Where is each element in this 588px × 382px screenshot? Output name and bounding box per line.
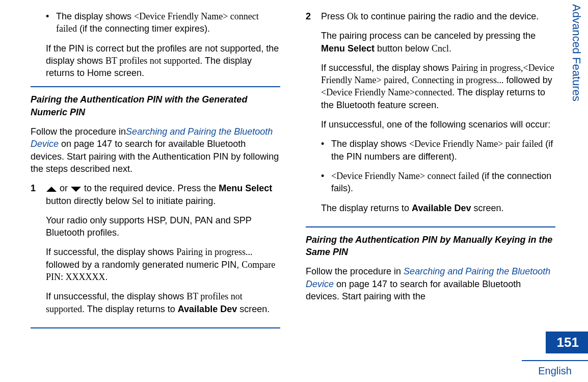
subheading: Pairing the Authentication PIN with the … <box>31 93 280 118</box>
text: The pairing process can be canceled by p… <box>321 31 536 41</box>
screen-text: <Device Friendly Name> pair failed <box>409 139 543 149</box>
continued-bullet-block: • The display shows <Device Friendly Nam… <box>46 10 280 79</box>
step-2: 2 Press Ok to continue pairing the radio… <box>306 10 555 221</box>
arrow-up-icon <box>46 186 57 192</box>
screen-text: Pairing in progress... <box>176 247 252 257</box>
screen-text: Ok <box>347 11 358 21</box>
text: . The display returns to <box>82 304 178 314</box>
text: on page 147 to search for available Blue… <box>31 139 279 174</box>
text: Press <box>321 11 347 21</box>
text: Follow the procedure in <box>306 266 404 276</box>
text: on page 147 to search for available Blue… <box>306 279 521 301</box>
step-number: 1 <box>31 182 46 194</box>
step-body: Press Ok to continue pairing the radio a… <box>321 10 555 221</box>
side-tab-label: Advanced Features <box>570 0 583 101</box>
bullet-marker: • <box>321 138 331 150</box>
screen-text: <Device Friendly Name> connect failed <box>331 171 479 181</box>
screen-text: BT profiles not supported <box>105 56 200 66</box>
text: screen. <box>237 304 270 314</box>
step-1: 1 or to the required device. Press the M… <box>31 182 280 322</box>
text: . <box>105 272 108 282</box>
bullet-item: • <Device Friendly Name> connect failed … <box>321 170 555 195</box>
ui-label: Menu Select <box>219 183 272 193</box>
text: The display shows <box>331 139 409 149</box>
text: button below <box>375 43 432 54</box>
ui-label: Menu Select <box>321 43 375 54</box>
column-right: 2 Press Ok to continue pairing the radio… <box>306 10 555 335</box>
paragraph: If unsuccessful, one of the following sc… <box>321 118 555 131</box>
bullet-marker: • <box>46 10 56 22</box>
svg-marker-0 <box>46 187 57 192</box>
text: . <box>449 43 451 54</box>
text: followed by a randomly generated numeric… <box>46 260 242 270</box>
paragraph: If the PIN is correct but the profiles a… <box>46 42 280 80</box>
paragraph: If unsuccessful, the display shows BT pr… <box>46 290 280 315</box>
bullet-item: • The display shows <Device Friendly Nam… <box>321 138 555 163</box>
text: screen. <box>471 203 504 213</box>
paragraph: Follow the procedure in Searching and Pa… <box>306 265 555 302</box>
arrow-down-icon <box>70 186 82 192</box>
step-number: 2 <box>306 10 321 22</box>
screen-text: Connecting in progress... <box>412 75 503 85</box>
bullet-text: <Device Friendly Name> connect failed (i… <box>331 170 555 195</box>
text: If unsuccessful, the display shows <box>46 291 186 301</box>
text: The display returns to <box>321 203 412 213</box>
subheading: Pairing the Authentication PIN by Manual… <box>306 234 555 259</box>
section-divider <box>31 327 280 328</box>
section-divider <box>306 226 555 227</box>
column-left: • The display shows <Device Friendly Nam… <box>31 10 280 335</box>
paragraph: or to the required device. Press the Men… <box>46 182 280 207</box>
screen-text: Pairing in progress, <box>451 63 523 73</box>
language-label: English <box>522 360 588 382</box>
paragraph: If successful, the display shows Pairing… <box>46 246 280 283</box>
text: If successful, the display shows <box>46 247 176 257</box>
text: or <box>57 183 70 193</box>
text: The display shows <box>56 11 134 21</box>
screen-text: <Device Friendly Name>connected <box>321 87 452 97</box>
text: followed by <box>504 75 552 85</box>
bullet-marker: • <box>321 170 331 182</box>
text: to initiate pairing. <box>144 196 216 206</box>
screen-text: Cncl <box>432 43 449 54</box>
paragraph: Follow the procedure inSearching and Pai… <box>31 125 280 175</box>
text: button directly below <box>46 196 132 206</box>
side-tab: Advanced Features <box>565 0 588 163</box>
paragraph: The display returns to Available Dev scr… <box>321 202 555 214</box>
text: , <box>407 75 412 85</box>
ui-label: Available Dev <box>412 203 471 213</box>
text: to continue pairing the radio and the de… <box>358 11 539 21</box>
paragraph: The pairing process can be canceled by p… <box>321 30 555 55</box>
paragraph: Your radio only supports HSP, DUN, PAN a… <box>46 214 280 239</box>
paragraph: If successful, the display shows Pairing… <box>321 62 555 111</box>
paragraph: Press Ok to continue pairing the radio a… <box>321 10 555 22</box>
page-content: • The display shows <Device Friendly Nam… <box>0 0 588 345</box>
text: to the required device. Press the <box>82 183 219 193</box>
bullet-item: • The display shows <Device Friendly Nam… <box>46 10 280 35</box>
page-number: 151 <box>546 332 588 353</box>
bullet-text: The display shows <Device Friendly Name>… <box>56 10 280 35</box>
text: (if the connecting timer expires). <box>77 23 210 34</box>
section-divider <box>31 86 280 87</box>
screen-text: Sel <box>132 196 144 206</box>
bullet-text: The display shows <Device Friendly Name>… <box>331 138 555 163</box>
svg-marker-1 <box>71 187 81 192</box>
ui-label: Available Dev <box>178 304 237 314</box>
text: If successful, the display shows <box>321 63 451 73</box>
step-body: or to the required device. Press the Men… <box>46 182 280 322</box>
text: Follow the procedure in <box>31 126 126 137</box>
